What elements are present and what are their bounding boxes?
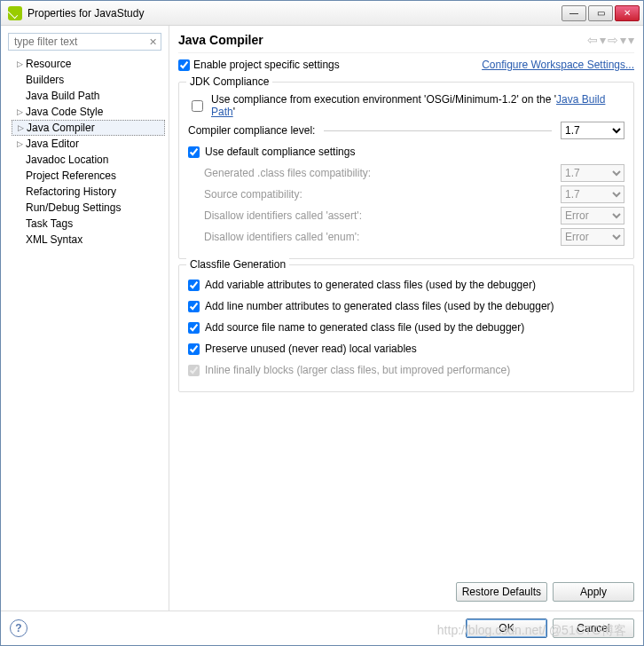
- expand-arrow-icon: ▷: [17, 107, 26, 116]
- use-default-compliance-checkbox[interactable]: [188, 146, 200, 158]
- tree-item-label: Builders: [26, 74, 64, 86]
- tree-item-label: Resource: [26, 58, 71, 70]
- window-title: Properties for JavaStudy: [26, 7, 562, 20]
- disallow-assert-label: Disallow identifiers called 'assert':: [188, 209, 362, 222]
- tree-item-label: Task Tags: [26, 217, 73, 230]
- main-panel: Java Compiler ⇦ ▾ ⇨ ▾ ▾ Enable project s…: [169, 26, 643, 611]
- nav-tree: ▷ResourceBuildersJava Build Path▷Java Co…: [4, 56, 165, 605]
- jdk-compliance-group: JDK Compliance Use compliance from execu…: [178, 82, 634, 259]
- tree-item-task-tags[interactable]: Task Tags: [12, 216, 165, 232]
- jdk-group-title: JDK Compliance: [186, 75, 272, 88]
- tree-item-resource[interactable]: ▷Resource: [12, 56, 165, 72]
- tree-item-javadoc-location[interactable]: Javadoc Location: [12, 152, 165, 168]
- page-title: Java Compiler: [178, 33, 263, 47]
- use-default-compliance-label: Use default compliance settings: [205, 146, 355, 158]
- tree-item-xml-syntax[interactable]: XML Syntax: [12, 232, 165, 248]
- tree-item-label: Javadoc Location: [26, 154, 108, 166]
- enable-project-specific-checkbox[interactable]: [178, 59, 190, 71]
- disallow-assert-select: Error: [561, 207, 624, 225]
- tree-item-label: Refactoring History: [26, 185, 116, 198]
- view-menu-icon[interactable]: ▾: [628, 33, 634, 47]
- expand-arrow-icon: ▷: [18, 123, 27, 132]
- preserve-unused-vars-checkbox[interactable]: [188, 343, 200, 355]
- tree-item-label: Run/Debug Settings: [26, 201, 121, 214]
- restore-defaults-button[interactable]: Restore Defaults: [456, 582, 547, 602]
- tree-item-label: Java Code Style: [26, 106, 103, 118]
- add-line-number-attrs-checkbox[interactable]: [188, 301, 200, 312]
- help-button[interactable]: ?: [10, 619, 27, 637]
- maximize-button[interactable]: ▭: [588, 5, 613, 21]
- forward-icon[interactable]: ⇨: [608, 33, 618, 47]
- enable-project-specific[interactable]: Enable project specific settings: [178, 59, 340, 71]
- tree-item-label: Java Build Path: [26, 90, 99, 102]
- apply-button[interactable]: Apply: [553, 582, 634, 602]
- tree-item-java-code-style[interactable]: ▷Java Code Style: [12, 104, 165, 120]
- forward-menu-icon[interactable]: ▾: [620, 33, 626, 47]
- app-icon: [8, 6, 22, 20]
- disallow-enum-label: Disallow identifiers called 'enum':: [188, 231, 359, 243]
- source-compat-label: Source compatibility:: [188, 188, 302, 201]
- configure-workspace-link[interactable]: Configure Workspace Settings...: [482, 59, 634, 71]
- compliance-level-label: Compiler compliance level:: [188, 124, 315, 137]
- add-variable-attrs[interactable]: Add variable attributes to generated cla…: [188, 276, 624, 294]
- classfile-group-title: Classfile Generation: [186, 258, 289, 271]
- use-execution-env-label: Use compliance from execution environmen…: [211, 93, 624, 118]
- add-source-filename[interactable]: Add source file name to generated class …: [188, 319, 624, 336]
- back-menu-icon[interactable]: ▾: [600, 33, 606, 47]
- ok-button[interactable]: OK: [466, 618, 547, 638]
- back-icon[interactable]: ⇦: [587, 33, 598, 47]
- enable-project-specific-label: Enable project specific settings: [193, 59, 340, 71]
- expand-arrow-icon: ▷: [17, 59, 26, 68]
- tree-item-java-compiler[interactable]: ▷Java Compiler: [12, 120, 165, 136]
- source-compat-select: 1.7: [561, 185, 624, 203]
- add-source-filename-checkbox[interactable]: [188, 322, 200, 334]
- filter-input[interactable]: [12, 35, 149, 49]
- compliance-level-select[interactable]: 1.7: [561, 122, 624, 139]
- tree-item-label: Java Editor: [26, 138, 79, 150]
- add-variable-attrs-checkbox[interactable]: [188, 280, 200, 291]
- preserve-unused-vars[interactable]: Preserve unused (never read) local varia…: [188, 340, 624, 358]
- cancel-button[interactable]: Cancel: [553, 618, 634, 638]
- close-button[interactable]: ✕: [615, 5, 640, 21]
- inline-finally-blocks: Inline finally blocks (larger class file…: [188, 361, 624, 379]
- minimize-button[interactable]: —: [562, 5, 586, 21]
- use-default-compliance[interactable]: Use default compliance settings: [188, 143, 624, 161]
- tree-item-label: Project References: [26, 169, 116, 182]
- tree-item-project-references[interactable]: Project References: [12, 168, 165, 184]
- expand-arrow-icon: ▷: [17, 139, 26, 148]
- filter-box[interactable]: ✕: [8, 33, 161, 51]
- tree-item-builders[interactable]: Builders: [12, 72, 165, 88]
- tree-item-java-build-path[interactable]: Java Build Path: [12, 88, 165, 104]
- title-bar: Properties for JavaStudy — ▭ ✕: [1, 1, 643, 26]
- generated-class-compat-label: Generated .class files compatibility:: [188, 167, 371, 179]
- disallow-enum-select: Error: [561, 228, 624, 246]
- tree-item-label: XML Syntax: [26, 233, 82, 246]
- use-execution-env-checkbox[interactable]: [192, 100, 203, 112]
- classfile-generation-group: Classfile Generation Add variable attrib…: [178, 264, 634, 392]
- tree-item-run-debug-settings[interactable]: Run/Debug Settings: [12, 200, 165, 216]
- tree-item-refactoring-history[interactable]: Refactoring History: [12, 184, 165, 200]
- tree-item-label: Java Compiler: [27, 122, 95, 134]
- add-line-number-attrs[interactable]: Add line number attributes to generated …: [188, 297, 624, 315]
- clear-filter-icon[interactable]: ✕: [149, 36, 157, 48]
- inline-finally-blocks-checkbox: [188, 365, 200, 376]
- generated-class-compat-select: 1.7: [561, 164, 624, 182]
- tree-item-java-editor[interactable]: ▷Java Editor: [12, 136, 165, 152]
- sidebar: ✕ ▷ResourceBuildersJava Build Path▷Java …: [1, 26, 169, 611]
